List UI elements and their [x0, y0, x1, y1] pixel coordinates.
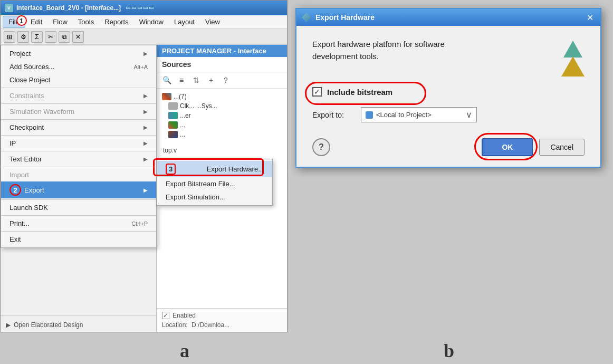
sources-header: Sources	[157, 57, 287, 72]
toolbar: ⊞ ⚙ Σ ✂ ⧉ ✕	[1, 29, 287, 45]
sources-sort-btn[interactable]: ⇅	[190, 74, 202, 86]
vivado-logo	[561, 41, 585, 76]
menu-item-print[interactable]: Print... Ctrl+P	[1, 217, 156, 230]
menu-item-import: Import	[1, 168, 156, 181]
menu-item-launch-sdk[interactable]: Launch SDK	[1, 201, 156, 214]
file-dropdown-menu: Project ▶ Add Sources... Alt+A Close Pro…	[1, 45, 157, 248]
menu-item-simulation-waveform: Simulation Waveform ▶	[1, 105, 156, 118]
project-manager-bar: PROJECT MANAGER - Interface	[157, 45, 287, 57]
tree-text-3: ...er	[180, 112, 191, 119]
menu-item-exit[interactable]: Exit	[1, 233, 156, 246]
menu-flow[interactable]: Flow	[47, 16, 72, 27]
submenu-export-bitstream[interactable]: Export Bitstream File...	[157, 177, 272, 190]
title-bar-dots	[126, 7, 154, 9]
menu-item-close-project[interactable]: Close Project	[1, 73, 156, 87]
menu-item-export[interactable]: 2 Export ▶	[1, 181, 156, 198]
toolbar-cut-btn[interactable]: ✂	[45, 31, 56, 43]
separator-4	[1, 135, 156, 136]
help-button[interactable]: ?	[312, 138, 330, 156]
menu-edit[interactable]: Edit	[25, 16, 47, 27]
tree-row-4: ...	[160, 120, 284, 130]
separator-7	[1, 199, 156, 200]
submenu-export-hardware[interactable]: 3 Export Hardware...	[157, 161, 272, 177]
separator-1	[1, 88, 156, 88]
dialog-title-left: Export Hardware	[302, 13, 375, 22]
menu-item-project[interactable]: Project ▶	[1, 47, 156, 60]
enabled-row: ✓ Enabled	[162, 312, 282, 319]
menu-tools[interactable]: Tools	[73, 16, 99, 27]
step-badge-1: 1	[16, 15, 27, 26]
toolbar-sum-btn[interactable]: Σ	[31, 31, 43, 43]
label-b: b	[444, 340, 454, 362]
tree-row-5: ...	[160, 130, 284, 139]
toolbar-x-btn[interactable]: ✕	[72, 31, 84, 43]
menu-layout[interactable]: Layout	[169, 16, 200, 27]
tree-text-4: ...	[180, 121, 185, 129]
export-to-row: Export to: <Local to Project> ∨	[312, 107, 585, 122]
tree-icon-4	[168, 121, 178, 129]
main-area: Project ▶ Add Sources... Alt+A Close Pro…	[1, 45, 287, 332]
tree-text-2: Clk... ...Sys...	[180, 102, 217, 110]
step-badge-2: 2	[9, 184, 21, 196]
label-a: a	[180, 340, 189, 362]
dialog-description: Export hardware platform for software de…	[312, 39, 585, 76]
tree-text-1: ...(7)	[174, 93, 187, 100]
submenu-export-simulation[interactable]: Export Simulation...	[157, 190, 272, 204]
export-submenu: 3 Export Hardware... Export Bitstream Fi…	[157, 159, 273, 206]
menu-item-add-sources[interactable]: Add Sources... Alt+A	[1, 60, 156, 73]
sources-search-btn[interactable]: 🔍	[161, 74, 173, 86]
open-elaborated-design[interactable]: ▶ Open Elaborated Design	[6, 321, 151, 329]
bottom-bar: ▶ Open Elaborated Design	[1, 315, 156, 332]
menu-item-text-editor[interactable]: Text Editor ▶	[1, 152, 156, 166]
bottom-labels: a b	[0, 340, 613, 362]
export-to-dropdown-icon	[366, 111, 373, 119]
logo-green-triangle	[563, 41, 582, 58]
export-to-chevron-icon: ∨	[466, 110, 472, 120]
include-bitstream-label: Include bitstream	[327, 88, 392, 97]
menu-item-ip[interactable]: IP ▶	[1, 137, 156, 150]
sources-help-btn[interactable]: ?	[220, 74, 232, 86]
ok-button[interactable]: OK	[482, 138, 533, 156]
include-bitstream-checkbox[interactable]: ✓	[312, 87, 322, 97]
logo-yellow-triangle	[561, 56, 585, 76]
menu-reports[interactable]: Reports	[99, 16, 134, 27]
enabled-checkbox[interactable]: ✓	[162, 312, 169, 319]
separator-5	[1, 151, 156, 151]
toplevel-sources: top.v	[160, 145, 284, 156]
title-bar: V Interface_Board_2V0 - [Interface...]	[1, 1, 287, 15]
tree-icon-1	[162, 93, 171, 100]
export-to-dropdown[interactable]: <Local to Project> ∨	[361, 107, 477, 122]
vivado-window: V Interface_Board_2V0 - [Interface...] F…	[0, 0, 288, 332]
separator-3	[1, 119, 156, 120]
include-bitstream-row: ✓ Include bitstream	[312, 87, 585, 97]
menu-item-checkpoint[interactable]: Checkpoint ▶	[1, 121, 156, 134]
separator-9	[1, 231, 156, 232]
toolbar-copy-btn[interactable]: ⧉	[59, 31, 70, 43]
sources-filter-btn[interactable]: ≡	[176, 74, 187, 86]
separator-2	[1, 103, 156, 104]
dialog-body: Export hardware platform for software de…	[296, 26, 600, 133]
window-title: Interface_Board_2V0 - [Interface...]	[16, 4, 121, 12]
cancel-button[interactable]: Cancel	[539, 139, 585, 156]
tree-icon-5	[168, 131, 178, 138]
tree-icon-3	[168, 112, 178, 119]
menu-item-constraints: Constraints ▶	[1, 89, 156, 102]
menu-file[interactable]: File 1	[3, 16, 25, 28]
dialog-title: Export Hardware	[315, 13, 375, 22]
separator-6	[1, 167, 156, 167]
dialog-title-icon	[302, 13, 311, 22]
menu-window[interactable]: Window	[134, 16, 169, 27]
tree-row-3: ...er	[160, 111, 284, 120]
sources-toolbar: 🔍 ≡ ⇅ + ?	[157, 72, 287, 89]
menu-view[interactable]: View	[200, 16, 225, 27]
properties-area: ✓ Enabled Location: D:/Downloa...	[157, 308, 287, 332]
dialog-close-button[interactable]: ✕	[585, 12, 595, 23]
separator-8	[1, 215, 156, 216]
toolbar-grid-btn[interactable]: ⊞	[4, 31, 15, 43]
location-row: Location: D:/Downloa...	[162, 321, 282, 329]
tree-row-2: Clk... ...Sys...	[160, 101, 284, 111]
footer-buttons: OK Cancel	[482, 138, 585, 156]
toolbar-settings-btn[interactable]: ⚙	[17, 31, 29, 43]
dialog-description-text: Export hardware platform for software de…	[312, 39, 445, 62]
sources-add-btn[interactable]: +	[205, 74, 217, 86]
